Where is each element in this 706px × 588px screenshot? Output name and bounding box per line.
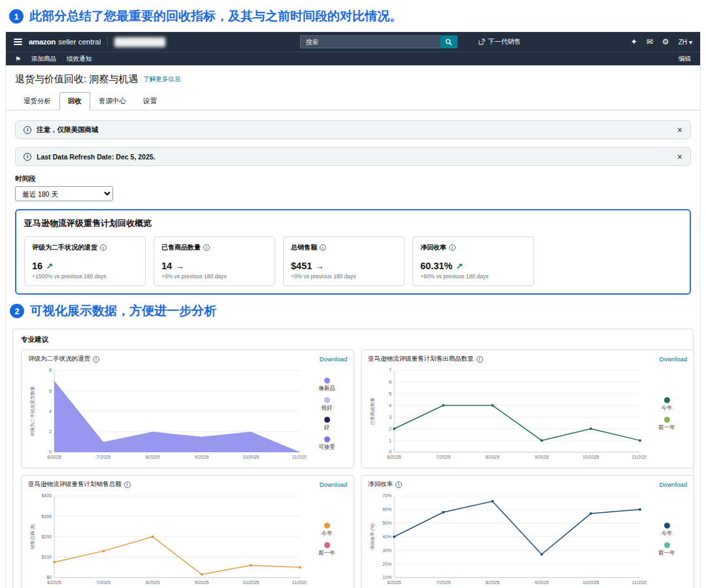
chart-title: 评级为二手状况的退货 (28, 355, 99, 363)
svg-text:$400: $400 (41, 493, 52, 498)
language-selector[interactable]: ZH ▾ (679, 39, 692, 46)
svg-text:7/2025: 7/2025 (436, 580, 450, 585)
info-icon (24, 153, 31, 161)
close-icon[interactable] (677, 152, 682, 161)
svg-text:6/2025: 6/2025 (387, 580, 401, 585)
legend-item[interactable]: 可接受 (318, 436, 335, 451)
download-link[interactable]: Download (320, 355, 347, 363)
gear-icon[interactable]: ⚙ (662, 38, 669, 46)
hamburger-menu-icon[interactable] (14, 39, 22, 45)
legend-item[interactable]: 前一年 (318, 542, 335, 557)
chevron-down-icon: ▾ (689, 39, 692, 46)
metric-title: 总销售额 (291, 243, 317, 252)
info-icon[interactable] (477, 356, 483, 363)
chart-card-graded-used-returns: 评级为二手状况的退货 Download 024686/20257/20258/2… (21, 350, 354, 468)
sparkle-icon[interactable]: ✦ (631, 38, 637, 46)
metric-compare: +0% vs previous 180 days (161, 273, 267, 280)
seller-central-window: amazon seller central 下一代销售 ✦ ✉ ⚙ ZH ▾ (5, 31, 701, 588)
chart-canvas-line: 10%20%30%40%50%60%70%6/20257/20258/20259… (368, 491, 647, 588)
legend-label: 像新品 (318, 385, 335, 393)
legend-item[interactable]: 好 (324, 417, 330, 432)
legend-dot (664, 542, 670, 548)
language-label: ZH (679, 39, 687, 46)
info-icon[interactable] (203, 244, 210, 251)
trend-arrow-icon: ↗ (456, 262, 463, 270)
info-icon[interactable] (100, 244, 107, 251)
svg-text:6: 6 (389, 380, 392, 384)
next-gen-sales-link[interactable]: 下一代销售 (479, 37, 521, 46)
legend-dot (664, 523, 670, 529)
tab-recovery[interactable]: 回收 (59, 92, 90, 110)
legend-dot (324, 542, 330, 548)
learn-more-link[interactable]: 了解更多信息 (143, 75, 180, 84)
search-input[interactable] (300, 35, 441, 48)
legend-item[interactable]: 前一年 (658, 417, 675, 432)
download-link[interactable]: Download (660, 355, 687, 363)
amazon-seller-central-logo[interactable]: amazon seller central (29, 38, 101, 46)
legend-label: 前一年 (658, 424, 675, 432)
svg-text:$100: $100 (41, 555, 52, 559)
edit-link[interactable]: 编辑 (679, 55, 691, 63)
legend-item[interactable]: 今年 (662, 523, 673, 538)
legend-item[interactable]: 前一年 (658, 542, 675, 557)
tab-resource-center[interactable]: 资源中心 (90, 92, 135, 110)
legend-item[interactable]: 今年 (322, 523, 333, 538)
charts-section-label: 专业建议 (21, 335, 685, 344)
subnav-item-add-products[interactable]: 添加商品 (31, 55, 56, 63)
metric-compare: +0% vs previous 180 days (291, 273, 397, 280)
top-bar-actions: ✦ ✉ ⚙ ZH ▾ (631, 38, 692, 46)
tab-returns-analysis[interactable]: 退货分析 (15, 92, 59, 110)
svg-text:8/2025: 8/2025 (146, 455, 160, 459)
metric-value: 16 (32, 261, 42, 271)
alert-banner-us-marketplace: 注意，仅限美国商城 (15, 120, 691, 139)
svg-text:8/2025: 8/2025 (486, 455, 500, 459)
legend-dot (324, 523, 330, 529)
svg-text:8/2025: 8/2025 (486, 580, 500, 585)
svg-text:2: 2 (49, 429, 52, 434)
marketplace-flag-icon[interactable]: ⚑ (15, 56, 21, 63)
seller-central-text: seller central (58, 38, 101, 46)
chart-title: 净回收率 (368, 480, 402, 489)
info-icon[interactable] (124, 482, 131, 488)
svg-text:11/2025: 11/2025 (632, 580, 647, 585)
legend-item[interactable]: 像新品 (318, 378, 335, 393)
subnav-item-performance-notifications[interactable]: 绩效通知 (67, 55, 92, 63)
page-header: 退货与价值回收: 洞察与机遇 了解更多信息 (6, 65, 700, 88)
alert-text: Last Data Refresh Date: Dec 5, 2025. (37, 153, 156, 161)
close-icon[interactable] (677, 125, 682, 135)
time-period-section: 时间段 最近 180 天 (15, 174, 691, 201)
legend-label: 今年 (322, 530, 333, 538)
svg-text:3: 3 (389, 415, 392, 419)
mail-icon[interactable]: ✉ (647, 38, 653, 46)
svg-text:10/2025: 10/2025 (582, 580, 599, 585)
info-icon[interactable] (449, 244, 456, 251)
svg-text:8/2025: 8/2025 (146, 580, 160, 585)
search-button[interactable] (441, 35, 458, 48)
download-link[interactable]: Download (320, 481, 347, 488)
tab-settings[interactable]: 设置 (135, 92, 165, 110)
legend-label: 前一年 (318, 549, 335, 557)
legend-item[interactable]: 今年 (662, 397, 673, 412)
info-icon[interactable] (395, 482, 402, 488)
chart-title-text: 亚马逊物流评级重售计划售出商品数量 (368, 355, 474, 363)
alert-text: 注意，仅限美国商城 (37, 125, 99, 135)
download-link[interactable]: Download (660, 481, 687, 488)
legend-item[interactable]: 很好 (322, 397, 333, 412)
metric-compare: +60% vs previous 180 days (420, 273, 526, 280)
svg-text:6/2025: 6/2025 (47, 580, 61, 585)
svg-text:$200: $200 (41, 534, 52, 539)
legend-label: 今年 (662, 530, 673, 538)
chart-canvas-line: $0$100$200$300$4006/20257/20258/20259/20… (28, 491, 307, 588)
info-icon[interactable] (93, 356, 99, 363)
svg-text:$300: $300 (41, 514, 52, 519)
svg-text:7: 7 (389, 368, 392, 372)
svg-text:11/2025: 11/2025 (292, 580, 307, 585)
svg-text:5: 5 (389, 391, 392, 396)
legend-dot (664, 397, 670, 403)
info-icon[interactable] (320, 244, 326, 251)
svg-text:9/2025: 9/2025 (535, 580, 549, 585)
time-period-select[interactable]: 最近 180 天 (15, 186, 113, 201)
metric-title: 已售商品数量 (161, 243, 201, 252)
search-bar (300, 35, 458, 48)
svg-text:1: 1 (389, 438, 392, 443)
